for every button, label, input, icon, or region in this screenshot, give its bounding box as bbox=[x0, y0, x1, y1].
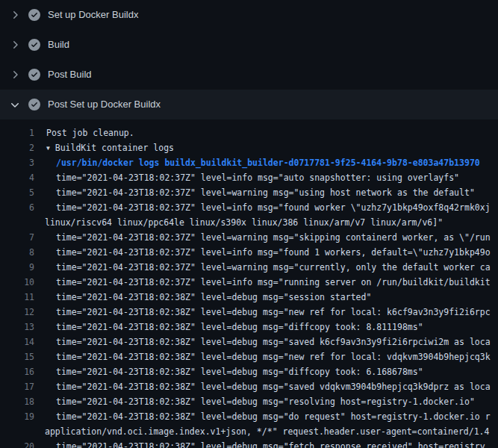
log-line: 9time="2021-04-23T18:02:37Z" level=warni… bbox=[0, 260, 498, 275]
section-header-build[interactable]: Build bbox=[0, 30, 498, 60]
log-text: time="2021-04-23T18:02:38Z" level=debug … bbox=[34, 290, 371, 305]
line-number[interactable]: 18 bbox=[0, 394, 34, 409]
log-wrapped-continuation-line: application/vnd.oci.image.index.v1+json,… bbox=[0, 424, 498, 439]
section-header-post-set-up-docker-buildx[interactable]: Post Set up Docker Buildx bbox=[0, 90, 498, 119]
log-text: time="2021-04-23T18:02:38Z" level=debug … bbox=[34, 394, 475, 409]
log-text: time="2021-04-23T18:02:38Z" level=debug … bbox=[34, 305, 491, 320]
log-line: 7time="2021-04-23T18:02:37Z" level=warni… bbox=[0, 230, 498, 245]
section-label: Post Set up Docker Buildx bbox=[48, 99, 161, 111]
line-number bbox=[0, 215, 34, 230]
log-line: 15time="2021-04-23T18:02:38Z" level=debu… bbox=[0, 349, 498, 364]
line-number[interactable]: 10 bbox=[0, 275, 34, 290]
log-text: time="2021-04-23T18:02:37Z" level=info m… bbox=[34, 245, 491, 260]
line-number[interactable]: 9 bbox=[0, 260, 34, 275]
log-text: time="2021-04-23T18:02:38Z" level=debug … bbox=[34, 349, 491, 364]
line-number[interactable]: 2 bbox=[0, 140, 34, 155]
section-label: Post Build bbox=[48, 69, 92, 81]
line-number[interactable]: 17 bbox=[0, 379, 34, 394]
section-label: Set up Docker Buildx bbox=[48, 9, 138, 21]
log-text: time="2021-04-23T18:02:38Z" level=debug … bbox=[34, 364, 423, 379]
log-text: time="2021-04-23T18:02:38Z" level=debug … bbox=[34, 409, 491, 424]
log-body: 1Post job cleanup.2▼ BuildKit container … bbox=[0, 119, 498, 448]
line-number[interactable]: 14 bbox=[0, 335, 34, 349]
log-text: time="2021-04-23T18:02:38Z" level=debug … bbox=[34, 320, 423, 335]
line-number[interactable]: 4 bbox=[0, 170, 34, 185]
log-line: 18time="2021-04-23T18:02:38Z" level=debu… bbox=[0, 394, 498, 409]
log-text: time="2021-04-23T18:02:38Z" level=debug … bbox=[34, 335, 491, 349]
section-header-post-build[interactable]: Post Build bbox=[0, 60, 498, 90]
line-number[interactable]: 13 bbox=[0, 320, 34, 335]
log-text: time="2021-04-23T18:02:37Z" level=warnin… bbox=[34, 260, 491, 275]
log-text: Post job cleanup. bbox=[34, 125, 134, 140]
chevron-right-icon[interactable] bbox=[9, 69, 21, 81]
check-circle-icon bbox=[28, 99, 40, 111]
log-text: time="2021-04-23T18:02:38Z" level=debug … bbox=[34, 379, 491, 394]
line-number bbox=[0, 424, 34, 439]
log-line: 4time="2021-04-23T18:02:37Z" level=info … bbox=[0, 170, 498, 185]
workflow-log-console: Set up Docker BuildxBuildPost BuildPost … bbox=[0, 0, 498, 448]
log-text: time="2021-04-23T18:02:37Z" level=warnin… bbox=[34, 230, 491, 245]
log-text: time="2021-04-23T18:02:37Z" level=info m… bbox=[34, 200, 491, 215]
line-number[interactable]: 15 bbox=[0, 349, 34, 364]
log-line: 17time="2021-04-23T18:02:38Z" level=debu… bbox=[0, 379, 498, 394]
log-line: 20time="2021-04-23T18:02:38Z" level=debu… bbox=[0, 439, 498, 448]
section-label: Build bbox=[48, 39, 69, 51]
log-line: 16time="2021-04-23T18:02:38Z" level=debu… bbox=[0, 364, 498, 379]
line-number[interactable]: 12 bbox=[0, 305, 34, 320]
log-line: 1Post job cleanup. bbox=[0, 125, 498, 140]
check-circle-icon bbox=[28, 9, 40, 21]
log-command-line: 3/usr/bin/docker logs buildx_buildkit_bu… bbox=[0, 155, 498, 170]
log-text: time="2021-04-23T18:02:37Z" level=info m… bbox=[34, 275, 491, 290]
log-text: /usr/bin/docker logs buildx_buildkit_bui… bbox=[34, 155, 480, 170]
log-group-line: 2▼ BuildKit container logs bbox=[0, 140, 498, 155]
log-text: linux/riscv64 linux/ppc64le linux/s390x … bbox=[34, 215, 443, 230]
group-collapse-triangle-icon[interactable]: ▼ bbox=[46, 141, 50, 155]
log-text[interactable]: ▼ BuildKit container logs bbox=[34, 140, 174, 155]
log-line: 6time="2021-04-23T18:02:37Z" level=info … bbox=[0, 200, 498, 215]
log-text: time="2021-04-23T18:02:38Z" level=debug … bbox=[34, 439, 485, 448]
line-number[interactable]: 3 bbox=[0, 155, 34, 170]
check-circle-icon bbox=[28, 39, 40, 51]
log-text: time="2021-04-23T18:02:37Z" level=warnin… bbox=[34, 185, 475, 200]
chevron-right-icon[interactable] bbox=[9, 39, 21, 51]
log-wrapped-continuation-line: linux/riscv64 linux/ppc64le linux/s390x … bbox=[0, 215, 498, 230]
line-number[interactable]: 11 bbox=[0, 290, 34, 305]
line-number[interactable]: 5 bbox=[0, 185, 34, 200]
log-line: 5time="2021-04-23T18:02:37Z" level=warni… bbox=[0, 185, 498, 200]
log-line: 11time="2021-04-23T18:02:38Z" level=debu… bbox=[0, 290, 498, 305]
log-line: 13time="2021-04-23T18:02:38Z" level=debu… bbox=[0, 320, 498, 335]
line-number[interactable]: 6 bbox=[0, 200, 34, 215]
chevron-down-icon[interactable] bbox=[9, 99, 21, 111]
line-number[interactable]: 1 bbox=[0, 125, 34, 140]
log-text: time="2021-04-23T18:02:37Z" level=info m… bbox=[34, 170, 459, 185]
line-number[interactable]: 7 bbox=[0, 230, 34, 245]
log-line: 19time="2021-04-23T18:02:38Z" level=debu… bbox=[0, 409, 498, 424]
log-line: 8time="2021-04-23T18:02:37Z" level=info … bbox=[0, 245, 498, 260]
log-line: 12time="2021-04-23T18:02:38Z" level=debu… bbox=[0, 305, 498, 320]
line-number[interactable]: 8 bbox=[0, 245, 34, 260]
chevron-right-icon[interactable] bbox=[9, 9, 21, 21]
section-header-set-up-docker-buildx[interactable]: Set up Docker Buildx bbox=[0, 0, 498, 30]
line-number[interactable]: 16 bbox=[0, 364, 34, 379]
line-number[interactable]: 19 bbox=[0, 409, 34, 424]
line-number[interactable]: 20 bbox=[0, 439, 34, 448]
log-line: 14time="2021-04-23T18:02:38Z" level=debu… bbox=[0, 335, 498, 349]
log-line: 10time="2021-04-23T18:02:37Z" level=info… bbox=[0, 275, 498, 290]
check-circle-icon bbox=[28, 69, 40, 81]
log-text: application/vnd.oci.image.index.v1+json,… bbox=[34, 424, 489, 439]
